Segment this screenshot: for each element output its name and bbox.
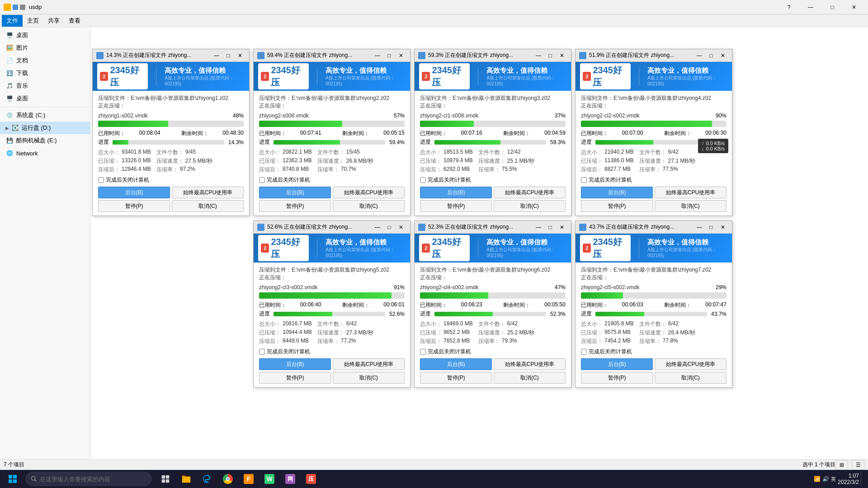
comp-pause-btn-win7[interactable]: 暂停(P) <box>581 372 653 384</box>
comp-close-btn-win5[interactable]: ✕ <box>396 222 406 232</box>
comp-maxcpu-btn-win5[interactable]: 始终最高CPU使用率 <box>333 358 405 370</box>
comp-maxcpu-btn-win3[interactable]: 始终最高CPU使用率 <box>494 187 566 198</box>
comp-min-btn-win1[interactable]: — <box>211 51 222 61</box>
comp-background-btn-win2[interactable]: 后台(B) <box>259 187 331 198</box>
comp-title-controls-win5[interactable]: — □ ✕ <box>372 222 406 232</box>
comp-pause-btn-win6[interactable]: 暂停(P) <box>420 372 492 384</box>
sidebar-item-drive-c[interactable]: 💿 系统盘 (C:) <box>0 109 90 122</box>
comp-checkbox-win3[interactable] <box>420 177 426 183</box>
comp-max-btn-win2[interactable]: □ <box>384 51 395 61</box>
view-icons-button[interactable]: ⊞ <box>835 460 848 470</box>
comp-cancel-btn-win5[interactable]: 取消(C) <box>333 372 405 384</box>
help-button[interactable]: ? <box>778 0 799 14</box>
taskbar-search-box[interactable] <box>25 472 152 486</box>
sidebar-item-desktop[interactable]: 🖥️ 桌面 <box>0 29 90 42</box>
comp-maxcpu-btn-win2[interactable]: 始终最高CPU使用率 <box>333 187 405 198</box>
comp-title-controls-win7[interactable]: — □ ✕ <box>694 222 728 232</box>
minimize-button[interactable]: — <box>800 0 821 14</box>
sidebar-item-drive-e[interactable]: 💾 酷狗机械盘 (E:) <box>0 134 90 147</box>
start-button[interactable] <box>2 470 24 488</box>
view-details-button[interactable]: ☰ <box>852 460 864 470</box>
chrome-button[interactable] <box>218 470 238 488</box>
comp-background-btn-win7[interactable]: 后台(B) <box>581 358 653 370</box>
file-explorer-button[interactable] <box>176 470 196 488</box>
sidebar-item-desktop2[interactable]: 🖥️ 桌面 <box>0 92 90 105</box>
comp-max-btn-win1[interactable]: □ <box>223 51 234 61</box>
comp-pause-btn-win3[interactable]: 暂停(P) <box>420 200 492 212</box>
close-button[interactable]: ✕ <box>844 0 864 14</box>
maximize-button[interactable]: □ <box>822 0 843 14</box>
sidebar-item-music[interactable]: 🎵 音乐 <box>0 80 90 92</box>
comp-cancel-btn-win4[interactable]: 取消(C) <box>655 200 726 212</box>
comp-max-btn-win6[interactable]: □ <box>545 222 556 232</box>
logo-box-win6: 2 2345好压 <box>419 235 470 261</box>
comp-pause-btn-win4[interactable]: 暂停(P) <box>581 200 653 212</box>
taskbar-show-desktop[interactable] <box>861 472 863 486</box>
comp-checkbox-win4[interactable] <box>581 177 587 183</box>
comp-background-btn-win3[interactable]: 后台(B) <box>420 187 492 198</box>
comp-close-btn-win1[interactable]: ✕ <box>235 51 245 61</box>
comp-min-btn-win3[interactable]: — <box>533 51 544 61</box>
comp-background-btn-win6[interactable]: 后台(B) <box>420 358 492 370</box>
comp-background-btn-win5[interactable]: 后台(B) <box>259 358 331 370</box>
comp-cancel-btn-win2[interactable]: 取消(C) <box>333 200 405 212</box>
app5-button[interactable]: F <box>239 470 259 488</box>
comp-checkbox-win1[interactable] <box>98 177 104 183</box>
comp-min-btn-win6[interactable]: — <box>533 222 544 232</box>
app7-button[interactable]: 网 <box>280 470 300 488</box>
comp-max-btn-win4[interactable]: □ <box>706 51 717 61</box>
comp-cancel-btn-win7[interactable]: 取消(C) <box>655 372 726 384</box>
sidebar-item-network[interactable]: 🌐 Network <box>0 147 90 160</box>
comp-header-win7: 2 2345好压 高效专业，值得信赖 A股上市公司荣誉出品 (股票代码：0021… <box>576 234 732 263</box>
edge-button[interactable] <box>197 470 217 488</box>
comp-min-btn-win4[interactable]: — <box>694 51 705 61</box>
comp-min-btn-win2[interactable]: — <box>372 51 383 61</box>
comp-maxcpu-btn-win1[interactable]: 始终最高CPU使用率 <box>172 187 244 198</box>
comp-min-btn-win7[interactable]: — <box>694 222 705 232</box>
comp-cancel-btn-win1[interactable]: 取消(C) <box>172 200 244 212</box>
comp-checkbox-win5[interactable] <box>259 349 265 355</box>
app6-button[interactable]: W <box>259 470 279 488</box>
comp-pause-btn-win2[interactable]: 暂停(P) <box>259 200 331 212</box>
comp-title-controls-win3[interactable]: — □ ✕ <box>533 51 567 61</box>
comp-maxcpu-btn-win6[interactable]: 始终最高CPU使用率 <box>494 358 566 370</box>
comp-maxcpu-btn-win7[interactable]: 始终最高CPU使用率 <box>655 358 726 370</box>
comp-times-win2: 已用时间： 00:07:41 剩余时间： 00:05:15 <box>259 130 405 137</box>
menu-share[interactable]: 共享 <box>43 15 64 27</box>
comp-close-btn-win3[interactable]: ✕ <box>557 51 567 61</box>
sidebar-item-drive-d[interactable]: ▶ 💽 运行盘 (D:) <box>0 122 90 134</box>
title-controls[interactable]: ? — □ ✕ <box>778 0 864 14</box>
comp-title-controls-win4[interactable]: — □ ✕ <box>694 51 728 61</box>
comp-close-btn-win6[interactable]: ✕ <box>557 222 567 232</box>
comp-cancel-btn-win6[interactable]: 取消(C) <box>494 372 566 384</box>
comp-checkbox-win2[interactable] <box>259 177 265 183</box>
comp-checkbox-win6[interactable] <box>420 349 426 355</box>
comp-title-controls-win2[interactable]: — □ ✕ <box>372 51 406 61</box>
comp-max-btn-win3[interactable]: □ <box>545 51 556 61</box>
comp-pause-btn-win5[interactable]: 暂停(P) <box>259 372 331 384</box>
comp-title-controls-win1[interactable]: — □ ✕ <box>211 51 245 61</box>
sidebar-item-downloads[interactable]: ⬇️ 下载 <box>0 67 90 80</box>
comp-close-btn-win7[interactable]: ✕ <box>717 222 728 232</box>
menu-file[interactable]: 文件 <box>2 15 23 27</box>
comp-background-btn-win4[interactable]: 后台(B) <box>581 187 653 198</box>
comp-max-btn-win5[interactable]: □ <box>384 222 395 232</box>
comp-cancel-btn-win3[interactable]: 取消(C) <box>494 200 566 212</box>
status-view-controls[interactable]: ⊞ ☰ <box>835 460 864 470</box>
comp-max-btn-win7[interactable]: □ <box>706 222 717 232</box>
task-view-button[interactable] <box>156 470 175 488</box>
comp-title-controls-win6[interactable]: — □ ✕ <box>533 222 567 232</box>
comp-checkbox-win7[interactable] <box>581 349 587 355</box>
app8-button[interactable]: 压 <box>301 470 321 488</box>
comp-close-btn-win4[interactable]: ✕ <box>717 51 728 61</box>
comp-min-btn-win5[interactable]: — <box>372 222 383 232</box>
menu-home[interactable]: 主页 <box>23 15 43 27</box>
sidebar-item-pictures[interactable]: 🖼️ 图片 <box>0 42 90 54</box>
sidebar-item-documents[interactable]: 📄 文档 <box>0 54 90 67</box>
comp-pause-btn-win1[interactable]: 暂停(P) <box>98 200 170 212</box>
comp-close-btn-win2[interactable]: ✕ <box>396 51 406 61</box>
search-input[interactable] <box>40 476 146 483</box>
comp-background-btn-win1[interactable]: 后台(B) <box>98 187 170 198</box>
comp-maxcpu-btn-win4[interactable]: 始终最高CPU使用率 <box>655 187 726 198</box>
menu-view[interactable]: 查看 <box>64 15 85 27</box>
